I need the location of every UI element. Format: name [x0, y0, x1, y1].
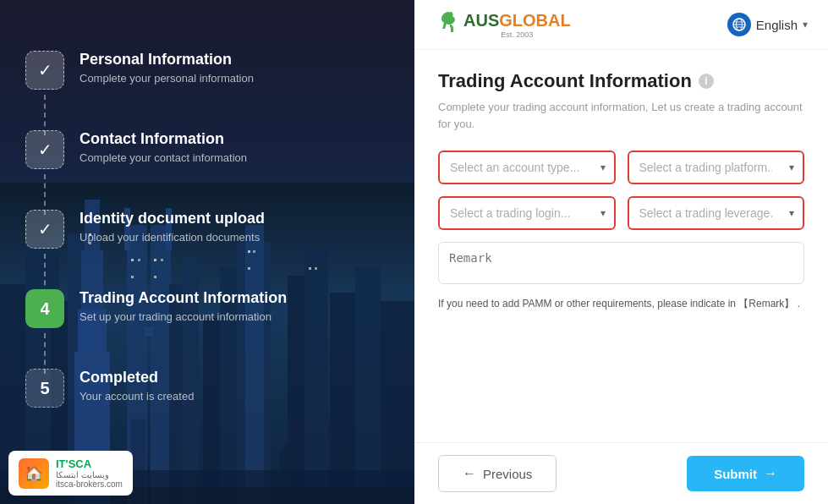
watermark-sub1: وبسایت ایتسکا: [56, 470, 123, 479]
step-3-subtitle: Upload your identification documents: [80, 231, 265, 244]
step-3-text: Identity document upload Upload your ide…: [80, 210, 265, 244]
lang-label: English: [756, 18, 798, 32]
trading-leverage-wrapper: Select a trading leverage... ▾: [628, 196, 805, 230]
svg-rect-24: [304, 250, 328, 504]
trading-platform-wrapper: Select a trading platform... ▾: [628, 151, 805, 184]
step-5-title: Completed: [80, 369, 194, 386]
main-content: Trading Account Information i Complete y…: [414, 50, 828, 442]
previous-label: Previous: [483, 467, 532, 481]
account-type-select[interactable]: Select an account type...: [440, 152, 614, 183]
step-1-text: Personal Information Complete your perso…: [80, 51, 254, 85]
hint-end: .: [798, 298, 800, 310]
right-panel: AUSGLOBAL Est. 2003 English ▾ Trading Ac…: [414, 0, 828, 504]
hint-text: If you need to add PAMM or other require…: [438, 296, 804, 311]
info-icon-text: i: [705, 75, 707, 87]
step-4-text: Trading Account Information Set up your …: [80, 289, 287, 323]
submit-label: Submit: [714, 467, 757, 481]
trading-platform-select[interactable]: Select a trading platform...: [629, 152, 803, 183]
footer-buttons: ← Previous Submit →: [414, 442, 828, 504]
trading-login-select[interactable]: Select a trading login...: [440, 198, 614, 228]
step-3-title: Identity document upload: [80, 210, 265, 227]
header: AUSGLOBAL Est. 2003 English ▾: [414, 0, 828, 50]
svg-rect-38: [309, 267, 311, 270]
step-2-text: Contact Information Complete your contac…: [80, 130, 247, 164]
info-icon: i: [699, 74, 714, 89]
step-2-icon: ✓: [25, 130, 64, 169]
account-type-wrapper: Select an account type... ▾: [438, 151, 616, 184]
step-4-title: Trading Account Information: [80, 289, 287, 307]
page-subtitle: Complete your trading account informatio…: [438, 99, 804, 132]
step-5-icon: 5: [25, 369, 64, 408]
previous-button[interactable]: ← Previous: [438, 455, 557, 492]
step-1-title: Personal Information: [80, 51, 254, 68]
remark-field[interactable]: [438, 242, 804, 284]
language-selector[interactable]: English ▾: [727, 13, 808, 36]
hint-bracket: 【Remark】: [738, 298, 794, 310]
step-4: 4 Trading Account Information Set up you…: [25, 289, 287, 328]
logo-aus: AUS: [463, 11, 499, 30]
page-title: Trading Account Information: [438, 70, 692, 92]
logo-est: Est. 2003: [463, 30, 571, 39]
logo-global: GLOBAL: [499, 11, 570, 30]
logo-text: AUSGLOBAL Est. 2003: [463, 11, 571, 39]
checkmark-icon: ✓: [38, 60, 52, 80]
step-4-number: 4: [40, 299, 49, 319]
step-2: ✓ Contact Information Complete your cont…: [25, 130, 287, 169]
step-1: ✓ Personal Information Complete your per…: [25, 51, 287, 90]
trading-leverage-select[interactable]: Select a trading leverage...: [629, 198, 803, 228]
watermark-text: IT'SCA وبسایت ایتسکا itsca-brokers.com: [56, 457, 123, 489]
left-panel: ✓ Personal Information Complete your per…: [0, 0, 414, 504]
step-5-subtitle: Your account is created: [80, 390, 194, 403]
checkmark-icon-2: ✓: [38, 140, 52, 160]
hint-main: If you need to add PAMM or other require…: [438, 298, 736, 310]
svg-rect-39: [315, 267, 317, 270]
logo-aus-global: AUSGLOBAL: [463, 11, 571, 30]
step-3-icon: ✓: [25, 210, 64, 249]
watermark-brand: IT'SCA: [56, 457, 91, 470]
arrow-left-icon: ←: [463, 466, 476, 481]
steps-container: ✓ Personal Information Complete your per…: [25, 51, 287, 448]
step-2-title: Contact Information: [80, 130, 247, 148]
step-5: 5 Completed Your account is created: [25, 369, 287, 408]
watermark-logo-icon: 🏠: [19, 458, 49, 489]
watermark-logo: 🏠: [19, 458, 49, 489]
step-4-subtitle: Set up your trading account information: [80, 310, 287, 323]
step-3: ✓ Identity document upload Upload your i…: [25, 210, 287, 249]
trading-login-wrapper: Select a trading login... ▾: [438, 196, 616, 230]
watermark: 🏠 IT'SCA وبسایت ایتسکا itsca-brokers.com: [8, 451, 133, 496]
page-title-row: Trading Account Information i: [438, 70, 804, 92]
step-5-number: 5: [40, 379, 49, 398]
svg-point-43: [451, 14, 453, 16]
submit-button[interactable]: Submit →: [687, 456, 804, 491]
step-5-text: Completed Your account is created: [80, 369, 194, 403]
arrow-right-icon: →: [764, 466, 777, 481]
svg-rect-26: [355, 267, 381, 504]
kangaroo-icon: [435, 10, 462, 39]
globe-icon: [727, 13, 751, 36]
chevron-down-icon: ▾: [803, 19, 808, 30]
step-4-icon: 4: [25, 289, 64, 328]
watermark-sub2: itsca-brokers.com: [56, 479, 123, 489]
step-2-subtitle: Complete your contact information: [80, 151, 247, 164]
step-1-icon: ✓: [25, 51, 64, 90]
form-grid: Select an account type... ▾ Select a tra…: [438, 151, 804, 230]
step-1-subtitle: Complete your personal information: [80, 72, 254, 85]
logo: AUSGLOBAL Est. 2003: [435, 10, 571, 39]
checkmark-icon-3: ✓: [38, 219, 52, 239]
